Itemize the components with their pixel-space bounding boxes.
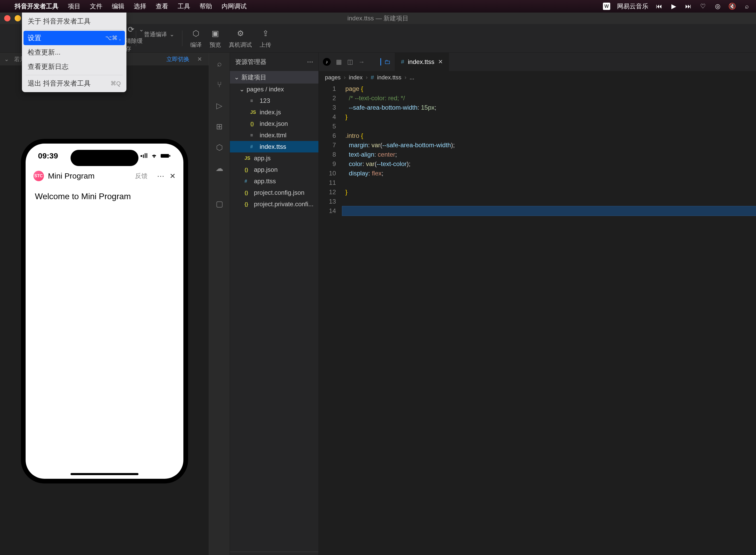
close-app-icon[interactable]: ✕ — [169, 172, 175, 180]
menu-help[interactable]: 帮助 — [200, 2, 212, 10]
file-type-icon: {} — [244, 167, 251, 173]
main-content: ⌄ 若只需要查看行效果…… 可直接 Ctrl 按键 立即切换 ✕ 09:39 •… — [0, 53, 756, 555]
file-item[interactable]: #app.ttss — [230, 175, 318, 187]
file-item[interactable]: {}index.json — [230, 118, 318, 129]
search-icon[interactable]: ⌕ — [743, 2, 751, 10]
chevron-down-icon[interactable]: ⌄ — [4, 56, 9, 62]
menu-select[interactable]: 选择 — [134, 2, 146, 10]
preview-button[interactable]: ▣ 预览 — [209, 28, 221, 49]
compile-button[interactable]: ⬡ 编译 — [190, 28, 202, 49]
crumb-pages[interactable]: pages — [325, 74, 341, 81]
cloud-icon[interactable]: ☁ — [214, 162, 225, 174]
activity-bar: ⌕ ⑂ ▷ ⊞ ⬡ ☁ ▢ — [209, 53, 230, 555]
upload-button[interactable]: ⇪ 上传 — [260, 28, 271, 49]
extensions-icon[interactable]: ⊞ — [214, 121, 225, 132]
menu-tools[interactable]: 工具 — [177, 2, 190, 10]
grid-icon[interactable]: ▦ — [336, 58, 342, 66]
close-window-button[interactable] — [4, 15, 10, 22]
file-name: index.ttss — [260, 143, 286, 151]
simulator-toggle-link[interactable]: 立即切换 — [166, 55, 189, 63]
close-tab-icon[interactable]: ✕ — [438, 58, 443, 65]
chevron-down-icon: ⌄ — [169, 31, 174, 38]
search-icon[interactable]: ⌕ — [214, 58, 225, 70]
next-track-icon[interactable]: ⏭ — [684, 2, 692, 10]
menu-internal-debug[interactable]: 内网调试 — [222, 2, 247, 10]
menu-about-label: 关于 抖音开发者工具 — [28, 17, 91, 26]
tab-toolbar-left: ♪ ▦ ◫ → 🗀 — [319, 53, 395, 71]
menu-view[interactable]: 查看 — [156, 2, 168, 10]
file-item[interactable]: {}app.json — [230, 164, 318, 175]
pages-folder[interactable]: ⌄ pages / index — [230, 84, 318, 95]
device-debug-button[interactable]: ⚙ 真机调试 — [229, 28, 252, 49]
debug-icon: ⚙ — [235, 28, 246, 39]
file-name: project.private.confi... — [254, 201, 314, 208]
play-icon[interactable]: ▶ — [670, 2, 678, 10]
file-name: app.ttss — [254, 177, 276, 185]
crumb-index[interactable]: index — [349, 74, 363, 81]
file-item[interactable]: #index.ttss — [230, 141, 318, 153]
code-editor[interactable]: 1234567891011121314 page { /* --text-col… — [319, 84, 756, 555]
folder-icon[interactable]: 🗀 — [380, 58, 391, 66]
menu-view-log-label: 查看更新日志 — [28, 62, 69, 71]
target-icon[interactable]: ◎ — [714, 2, 721, 10]
editor-tab-index-ttss[interactable]: # index.ttss ✕ — [395, 53, 449, 71]
terminal-icon[interactable]: ▢ — [214, 198, 225, 209]
file-type-icon: # — [250, 144, 257, 150]
close-hint-button[interactable]: ✕ — [195, 55, 204, 64]
menu-about[interactable]: 关于 抖音开发者工具 — [24, 14, 125, 29]
divider — [136, 31, 136, 46]
source-control-icon[interactable]: ⑂ — [214, 79, 225, 90]
crumb-file[interactable]: index.ttss — [377, 74, 401, 81]
code-content[interactable]: page { /* --text-color: red; */ --safe-a… — [342, 84, 756, 555]
app-body: Welcome to Mini Program — [26, 186, 184, 207]
app-title: Mini Program — [48, 172, 131, 180]
menu-edit[interactable]: 编辑 — [112, 2, 124, 10]
feedback-button[interactable]: 反馈 — [135, 172, 148, 180]
debug-icon[interactable]: ▷ — [214, 100, 225, 111]
file-item[interactable]: {}project.config.json — [230, 187, 318, 199]
menu-project[interactable]: 项目 — [68, 2, 80, 10]
preview-label: 预览 — [209, 41, 221, 49]
wolfram-icon[interactable]: W — [603, 3, 610, 10]
file-tree: ⌄ 新建项目 ⌄ pages / index ≡123JSindex.js{}i… — [230, 71, 318, 552]
iphone-time: 09:39 — [38, 152, 58, 160]
file-type-icon: JS — [250, 110, 257, 115]
more-icon[interactable]: ⋯ — [307, 58, 313, 66]
menu-app-name[interactable]: 抖音开发者工具 — [15, 2, 58, 10]
douyin-icon[interactable]: ♪ — [323, 58, 331, 66]
prev-track-icon[interactable]: ⏮ — [655, 2, 663, 10]
outline-section[interactable]: › 大纲 — [230, 552, 318, 555]
clear-cache-button[interactable]: ⟳ ⌄ 清除缓存 — [125, 24, 144, 53]
file-type-icon: JS — [244, 156, 251, 161]
package-icon[interactable]: ⬡ — [214, 141, 225, 153]
file-item[interactable]: ≡123 — [230, 95, 318, 106]
menu-view-log[interactable]: 查看更新日志 — [24, 59, 125, 74]
breadcrumb[interactable]: pages › index › # index.ttss › ... — [319, 71, 756, 84]
explorer-footer: › 大纲 › 时间线 — [230, 552, 318, 555]
menu-check-update[interactable]: 检查更新... — [24, 45, 125, 59]
split-icon[interactable]: ◫ — [347, 58, 353, 66]
netease-music-label[interactable]: 网易云音乐 — [617, 2, 648, 10]
wifi-icon — [151, 153, 158, 159]
menu-settings-label: 设置 — [28, 33, 41, 43]
svg-rect-1 — [169, 155, 170, 157]
file-name: index.json — [260, 120, 288, 127]
file-item[interactable]: {}project.private.confi... — [230, 199, 318, 210]
file-item[interactable]: ≡index.ttml — [230, 129, 318, 141]
menu-file[interactable]: 文件 — [90, 2, 103, 10]
menu-settings[interactable]: 设置 ⌥⌘ , — [24, 31, 125, 45]
heart-icon[interactable]: ♡ — [699, 2, 707, 10]
explorer-header: 资源管理器 ⋯ — [230, 53, 318, 71]
minimize-window-button[interactable] — [15, 15, 21, 22]
cube-icon: ⬡ — [191, 28, 201, 39]
compile-mode-dropdown[interactable]: 普通编译 ⌄ — [144, 31, 174, 46]
menu-quit-label: 退出 抖音开发者工具 — [28, 79, 91, 88]
volume-mute-icon[interactable]: 🔇 — [728, 2, 736, 10]
arrow-right-icon[interactable]: → — [358, 58, 365, 66]
menu-quit[interactable]: 退出 抖音开发者工具 ⌘Q — [24, 76, 125, 91]
root-folder[interactable]: ⌄ 新建项目 — [230, 71, 318, 84]
file-item[interactable]: JSindex.js — [230, 106, 318, 118]
more-icon[interactable]: ⋯ — [157, 172, 164, 180]
crumb-more[interactable]: ... — [410, 74, 414, 81]
file-item[interactable]: JSapp.js — [230, 153, 318, 164]
